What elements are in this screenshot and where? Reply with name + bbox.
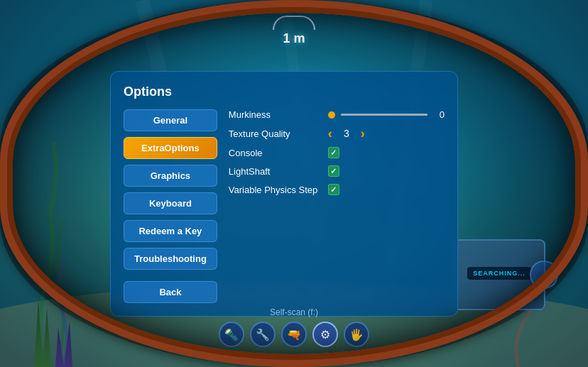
texture-quality-label: Texture Quality	[229, 128, 321, 139]
hud-bottom: Self-scan (f:) 🔦 🔧 🔫 ⚙ 🖐	[219, 307, 369, 347]
texture-quality-decrement[interactable]: ‹	[328, 127, 332, 140]
device-overlay: SEARCHING...	[453, 239, 545, 310]
slider-track[interactable]	[341, 114, 428, 116]
lightshaft-checkbox[interactable]	[328, 165, 339, 177]
hud-icon-weapon[interactable]: 🔫	[281, 322, 307, 347]
texture-quality-row: Texture Quality ‹ 3 ›	[229, 127, 445, 140]
variable-physics-checkbox-container	[328, 184, 339, 195]
lightshaft-checkbox-container	[328, 165, 339, 177]
options-panel: Options General ExtraOptions Graphics Ke…	[110, 71, 458, 317]
nav-btn-keyboard[interactable]: Keyboard	[124, 192, 217, 214]
nav-btn-troubleshooting[interactable]: Troubleshooting	[124, 248, 217, 270]
murkiness-row: Murkiness 0	[229, 109, 445, 120]
variable-physics-checkbox[interactable]	[328, 184, 339, 195]
self-scan-label: Self-scan (f:)	[270, 307, 318, 317]
texture-quality-value: 3	[339, 128, 354, 139]
console-row: Console	[229, 147, 445, 158]
console-label: Console	[229, 148, 321, 158]
console-checkbox-container	[328, 147, 339, 158]
nav-btn-redeem-key[interactable]: Redeem a Key	[124, 220, 217, 242]
nav-btn-back[interactable]: Back	[124, 281, 217, 303]
options-body: General ExtraOptions Graphics Keyboard R…	[124, 109, 445, 303]
nav-buttons: General ExtraOptions Graphics Keyboard R…	[124, 109, 217, 303]
nav-btn-general[interactable]: General	[124, 109, 217, 131]
hud-icon-flashlight[interactable]: 🔦	[219, 322, 244, 347]
variable-physics-label: Variable Physics Step	[229, 185, 321, 195]
murkiness-slider-container: 0	[328, 109, 445, 120]
distance-value: 1 m	[283, 31, 305, 46]
murkiness-label: Murkiness	[229, 109, 321, 120]
settings-area: Murkiness 0 Texture Quality ‹ 3 ›	[229, 109, 445, 303]
hud-icon-hand[interactable]: 🖐	[344, 322, 369, 347]
hud-icons: 🔦 🔧 🔫 ⚙ 🖐	[219, 322, 369, 347]
lightshaft-row: LightShaft	[229, 165, 445, 177]
options-title: Options	[124, 84, 445, 99]
console-checkbox[interactable]	[328, 147, 339, 158]
nav-btn-extra-options[interactable]: ExtraOptions	[124, 137, 217, 159]
murkiness-value: 0	[433, 109, 445, 120]
device-screen: SEARCHING...	[467, 267, 531, 280]
slider-handle[interactable]	[328, 111, 335, 119]
hud-icon-settings[interactable]: ⚙	[312, 322, 338, 347]
nav-btn-graphics[interactable]: Graphics	[124, 165, 217, 187]
variable-physics-row: Variable Physics Step	[229, 184, 445, 195]
texture-quality-increment[interactable]: ›	[361, 127, 365, 140]
hud-icon-tool[interactable]: 🔧	[250, 322, 276, 347]
slider-fill	[341, 114, 428, 116]
device-body: SEARCHING...	[453, 239, 545, 310]
device-circle	[530, 261, 558, 289]
distance-arc	[273, 16, 315, 30]
distance-indicator: 1 m	[273, 16, 315, 46]
texture-quality-stepper: ‹ 3 ›	[328, 127, 365, 140]
lightshaft-label: LightShaft	[229, 166, 321, 177]
